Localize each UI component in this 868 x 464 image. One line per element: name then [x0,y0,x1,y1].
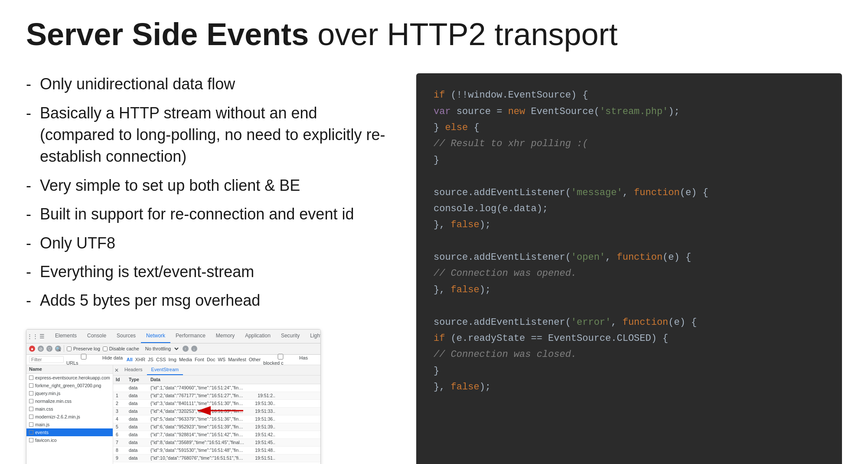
code-token: var [434,106,451,117]
filter-doc[interactable]: Doc [207,357,215,362]
eventstream-row[interactable]: 4 data {"id":5,"data":"963379","time":"1… [113,415,320,423]
eventstream-panel: ✕ Headers EventStream Id Type Data data … [113,365,320,464]
toolbar-separator [64,345,64,352]
import-button[interactable]: ↑ [183,346,189,352]
bullet-text: Only unidirectional data flow [40,73,235,95]
eventstream-row[interactable]: 1 data {"id":2,"data":"767177","time":"1… [113,392,320,400]
code-token: 'message' [571,187,623,198]
devtools-icons: ⋮⋮ ☰ [29,333,46,340]
preserve-log-text: Preserve log [73,346,100,351]
content-area: -Only unidirectional data flow-Basically… [26,73,842,464]
es-cell-data: {"id":4,"data":"320253","time":"16:51:33… [148,408,248,414]
file-row[interactable]: favicon.ico [26,436,113,444]
devtools-cursor-icon: ⋮⋮ [29,333,36,340]
disable-cache-checkbox[interactable] [103,346,108,351]
filter-icon[interactable]: ▽ [46,346,52,352]
export-button[interactable]: ↓ [191,346,197,352]
devtools-toolbar: ● ⊘ ▽ 🔍 Preserve log Disable cache No th… [26,343,320,355]
tab-sources[interactable]: Sources [111,329,141,343]
filter-ws[interactable]: WS [218,357,225,362]
tab-elements[interactable]: Elements [50,329,82,343]
eventstream-row[interactable]: 10 data {"id":11,"data":"the end","time"… [113,462,320,464]
code-token: if [434,90,445,101]
code-token: // Connection was opened. [434,268,577,279]
eventstream-tabs: ✕ Headers EventStream [113,365,320,376]
tab-application[interactable]: Application [240,329,276,343]
code-token: (e) { [680,187,708,198]
tab-security[interactable]: Security [276,329,305,343]
filter-media[interactable]: Media [179,357,192,362]
code-token: (!!window.EventSource) { [445,90,588,101]
filter-xhr[interactable]: XHR [135,357,145,362]
eventstream-row[interactable]: 8 data {"id":9,"data":"591530","time":"1… [113,447,320,454]
code-token: 'open' [571,252,605,263]
es-cell-type: data [126,424,148,429]
filter-js[interactable]: JS [148,357,153,362]
title-normal: over HTTP2 transport [309,17,617,52]
headers-tab[interactable]: Headers [120,365,147,375]
events-file-row[interactable]: events [26,428,113,436]
filter-all[interactable]: All [127,357,133,362]
eventstream-row[interactable]: 6 data {"id":7,"data":"928814","time":"1… [113,431,320,439]
eventstream-tab[interactable]: EventStream [147,365,183,375]
code-token: false [451,219,480,230]
throttle-select[interactable]: No throttling [142,346,180,352]
code-line: // Connection was opened. [434,265,825,281]
tab-network[interactable]: Network [141,329,170,343]
code-token: } [434,366,439,376]
hide-data-urls-checkbox[interactable] [66,354,101,359]
file-row[interactable]: main.js [26,421,113,428]
filter-font[interactable]: Font [195,357,204,362]
es-cell-type: data [126,416,148,422]
eventstream-row[interactable]: 9 data {"id":10,"data":"768076","time":"… [113,454,320,462]
eventstream-row[interactable]: 2 data {"id":3,"data":"840111","time":"1… [113,400,320,408]
bullet-text: Basically a HTTP stream without an end (… [40,102,390,168]
code-line: }, false); [434,282,825,298]
code-token: source.addEventListener( [434,252,571,263]
record-button[interactable]: ● [29,346,35,352]
eventstream-row[interactable]: 7 data {"id":8,"data":"35689","time":"16… [113,439,320,447]
filter-other[interactable]: Other [249,357,261,362]
code-token: (e) { [668,317,697,328]
file-row[interactable]: modernizr-2.6.2.min.js [26,413,113,421]
bullet-dash: - [26,290,31,311]
file-row[interactable]: main.css [26,405,113,413]
eventstream-row[interactable]: data {"id":1,"data":"749060","time":"16:… [113,384,320,392]
code-line: var source = new EventSource('stream.php… [434,104,825,120]
filter-img[interactable]: Img [169,357,176,362]
es-cell-type: data [126,393,148,398]
code-token: , [611,317,622,328]
clear-button[interactable]: ⊘ [38,346,44,352]
bullet-text: Built in support for re-connection and e… [40,203,354,225]
file-row[interactable]: forkme_right_green_007200.png [26,382,113,389]
filter-input[interactable] [29,356,64,363]
code-token: { [468,122,479,133]
bullet-dash: - [26,102,31,168]
es-cell-id: 7 [113,440,126,445]
eventstream-row[interactable]: 5 data {"id":6,"data":"952923","time":"1… [113,423,320,431]
file-row[interactable]: normalize.min.css [26,397,113,405]
file-row[interactable]: jquery.min.js [26,389,113,397]
es-cell-id: 1 [113,393,126,398]
filter-css[interactable]: CSS [156,357,166,362]
id-column: Id [113,377,126,382]
tab-performance[interactable]: Performance [170,329,211,343]
bullet-item: -Only UTF8 [26,232,390,254]
type-column: Type [126,377,148,382]
es-cell-id: 8 [113,448,126,453]
file-row[interactable]: express-eventsource.herokuapp.com [26,374,113,382]
code-token: (e) { [662,252,691,263]
has-blocked-checkbox[interactable] [263,354,298,359]
tab-lighthouse[interactable]: Lighthouse [305,329,321,343]
eventstream-row[interactable]: 3 data {"id":4,"data":"320253","time":"1… [113,408,320,415]
tab-console[interactable]: Console [82,329,111,343]
es-cell-type: data [126,448,148,453]
code-token: function [623,317,669,328]
close-button[interactable]: ✕ [113,365,120,376]
preserve-log-checkbox[interactable] [67,346,72,351]
tab-memory[interactable]: Memory [211,329,240,343]
code-line: if (!!window.EventSource) { [434,87,825,103]
search-button[interactable]: 🔍 [55,346,61,352]
filter-manifest[interactable]: Manifest [228,357,246,362]
left-panel: -Only unidirectional data flow-Basically… [26,73,390,464]
